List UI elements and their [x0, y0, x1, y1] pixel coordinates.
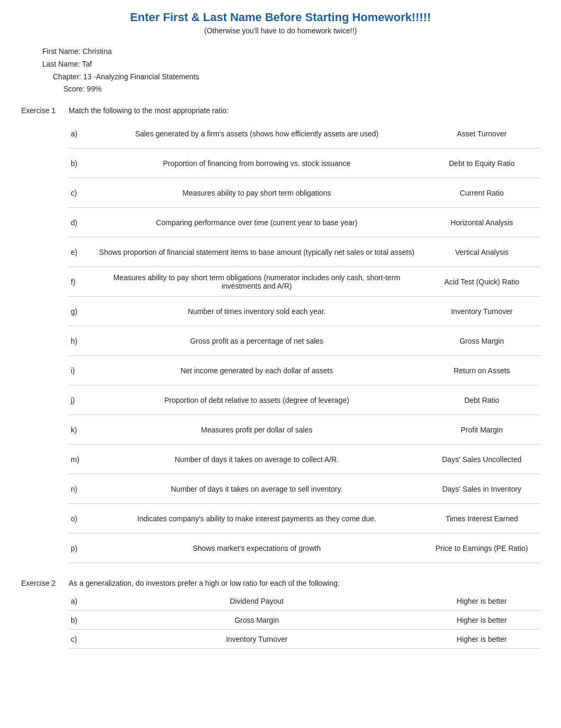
table-row: d) Comparing performance over time (curr… — [69, 208, 540, 237]
row-letter: b) — [69, 159, 90, 168]
row-description: Number of days it takes on average to se… — [90, 485, 424, 493]
exercise1-instruction: Match the following to the most appropri… — [69, 106, 229, 115]
row-letter: k) — [69, 426, 90, 434]
table-row: n) Number of days it takes on average to… — [69, 474, 540, 504]
row-description: Number of times inventory sold each year… — [90, 307, 424, 316]
list-item: a) Dividend Payout Higher is better — [69, 592, 540, 611]
exercise2-label: Exercise 2 — [21, 579, 69, 587]
row-answer: Inventory Turnover — [424, 307, 540, 316]
list-item: c) Inventory Turnover Higher is better — [69, 630, 540, 649]
last-name-value: Taf — [82, 60, 92, 68]
table-row: b) Proportion of financing from borrowin… — [69, 149, 540, 178]
score-label: Score: — [63, 85, 85, 93]
list-item: b) Gross Margin Higher is better — [69, 611, 540, 630]
first-name-row: First Name: Christina — [42, 45, 540, 58]
row-letter: g) — [69, 307, 90, 316]
row-description: Measures profit per dollar of sales — [90, 426, 424, 434]
table-row: j) Proportion of debt relative to assets… — [69, 385, 540, 415]
row-description: Gross profit as a percentage of net sale… — [90, 337, 424, 345]
row-answer: Horizontal Analysis — [424, 218, 540, 227]
row-description: Shows market's expectations of growth — [90, 544, 424, 552]
table-row: m) Number of days it takes on average to… — [69, 445, 540, 474]
row-letter: h) — [69, 337, 90, 345]
row-answer: Days' Sales in Inventory — [424, 485, 540, 493]
row-letter: e) — [69, 248, 90, 256]
exercise2-block: Exercise 2 As a generalization, do inves… — [21, 579, 540, 649]
ex2-letter: c) — [69, 635, 90, 643]
exercise1-block: Exercise 1 Match the following to the mo… — [21, 106, 540, 563]
table-row: k) Measures profit per dollar of sales P… — [69, 415, 540, 445]
table-row: o) Indicates company's ability to make i… — [69, 504, 540, 533]
row-letter: p) — [69, 544, 90, 552]
last-name-row: Last Name: Taf — [42, 58, 540, 71]
row-description: Comparing performance over time (current… — [90, 218, 424, 227]
score-row: Score: 99% — [63, 83, 540, 96]
row-description: Number of days it takes on average to co… — [90, 455, 424, 464]
row-letter: i) — [69, 366, 90, 375]
exercise1-header: Exercise 1 Match the following to the mo… — [21, 106, 540, 115]
row-answer: Times Interest Earned — [424, 514, 540, 523]
row-answer: Profit Margin — [424, 426, 540, 434]
meta-info: First Name: Christina Last Name: Taf Cha… — [42, 45, 540, 96]
row-answer: Gross Margin — [424, 337, 540, 345]
row-description: Shows proportion of financial statement … — [90, 248, 424, 256]
ex2-answer: Higher is better — [424, 597, 540, 605]
ex2-letter: a) — [69, 597, 90, 605]
row-answer: Debt to Equity Ratio — [424, 159, 540, 168]
row-answer: Asset Turnover — [424, 130, 540, 138]
row-letter: o) — [69, 514, 90, 523]
row-description: Net income generated by each dollar of a… — [90, 366, 424, 375]
first-name-value: Christina — [82, 47, 111, 56]
table-row: h) Gross profit as a percentage of net s… — [69, 326, 540, 356]
ex2-item: Gross Margin — [90, 616, 424, 624]
table-row: g) Number of times inventory sold each y… — [69, 297, 540, 326]
exercise2-rows: a) Dividend Payout Higher is better b) G… — [69, 592, 540, 649]
chapter-row: Chapter: 13 -Analyzing Financial Stateme… — [53, 71, 540, 84]
row-answer: Debt Ratio — [424, 396, 540, 404]
row-description: Proportion of financing from borrowing v… — [90, 159, 424, 168]
table-row: i) Net income generated by each dollar o… — [69, 356, 540, 385]
chapter-label: Chapter: — [53, 72, 81, 81]
score-value: 99% — [87, 85, 101, 93]
page-header: Enter First & Last Name Before Starting … — [21, 11, 540, 35]
row-letter: n) — [69, 485, 90, 493]
ex2-item: Inventory Turnover — [90, 635, 424, 643]
exercise2-instruction: As a generalization, do investors prefer… — [69, 579, 340, 587]
table-row: p) Shows market's expectations of growth… — [69, 533, 540, 563]
last-name-label: Last Name: — [42, 60, 80, 68]
table-row: c) Measures ability to pay short term ob… — [69, 178, 540, 208]
table-row: e) Shows proportion of financial stateme… — [69, 237, 540, 267]
row-letter: d) — [69, 218, 90, 227]
row-letter: m) — [69, 455, 90, 464]
row-answer: Acid Test (Quick) Ratio — [424, 278, 540, 286]
ex2-answer: Higher is better — [424, 616, 540, 624]
row-answer: Vertical Analysis — [424, 248, 540, 256]
ex2-item: Dividend Payout — [90, 597, 424, 605]
header-subtitle: (Otherwise you'll have to do homework tw… — [21, 26, 540, 35]
row-answer: Return on Assets — [424, 366, 540, 375]
row-description: Proportion of debt relative to assets (d… — [90, 396, 424, 404]
main-title: Enter First & Last Name Before Starting … — [21, 11, 540, 24]
row-answer: Days' Sales Uncollected — [424, 455, 540, 464]
row-answer: Price to Earnings (PE Ratio) — [424, 544, 540, 552]
row-answer: Current Ratio — [424, 189, 540, 197]
exercise1-rows: a) Sales generated by a firm's assets (s… — [69, 119, 540, 563]
exercise1-label: Exercise 1 — [21, 106, 69, 115]
row-letter: a) — [69, 130, 90, 138]
row-letter: j) — [69, 396, 90, 404]
table-row: f) Measures ability to pay short term ob… — [69, 267, 540, 297]
row-description: Measures ability to pay short term oblig… — [90, 189, 424, 197]
row-letter: c) — [69, 189, 90, 197]
row-letter: f) — [69, 278, 90, 286]
first-name-label: First Name: — [42, 47, 80, 56]
row-description: Indicates company's ability to make inte… — [90, 514, 424, 523]
row-description: Sales generated by a firm's assets (show… — [90, 130, 424, 138]
ex2-answer: Higher is better — [424, 635, 540, 643]
ex2-letter: b) — [69, 616, 90, 624]
chapter-value: 13 -Analyzing Financial Statements — [83, 72, 199, 81]
row-description: Measures ability to pay short term oblig… — [90, 273, 424, 290]
table-row: a) Sales generated by a firm's assets (s… — [69, 119, 540, 149]
exercise2-header: Exercise 2 As a generalization, do inves… — [21, 579, 540, 587]
